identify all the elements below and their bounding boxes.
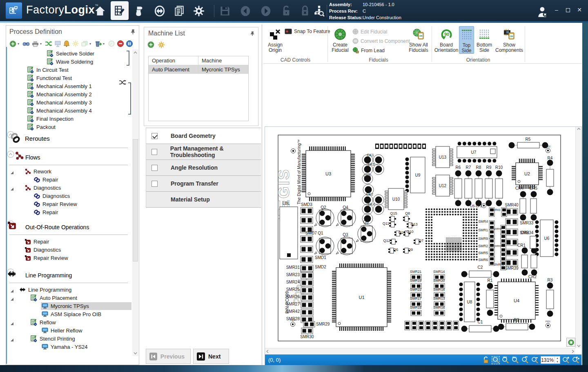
zoom-all-icon[interactable]: ALL: [511, 356, 519, 364]
board-icon[interactable]: [53, 40, 62, 48]
user-logout-icon[interactable]: [535, 4, 550, 20]
transfer-icon[interactable]: [152, 3, 167, 19]
tree-item-functional-test[interactable]: Functional Test: [7, 74, 134, 82]
tree-item-packout[interactable]: Packout: [7, 123, 134, 131]
documents-icon[interactable]: [172, 3, 187, 19]
tree-item-in-circuit-test[interactable]: In Circuit Test: [7, 66, 134, 74]
step-part-management-troubleshooting[interactable]: Part Management & Troubleshooting: [146, 144, 261, 160]
cad-vertical-scrollbar[interactable]: [575, 127, 581, 348]
bottom-side-button[interactable]: Bottom Side: [475, 26, 494, 53]
tree-item-mechanical-assembly-4[interactable]: Mechanical Assembly 4: [7, 106, 134, 115]
scroll-thumb[interactable]: [133, 139, 138, 261]
show-all-fiducials-button[interactable]: OK Show All Fiducials: [407, 26, 430, 53]
previous-button[interactable]: Previous: [146, 349, 191, 364]
process-audit-icon[interactable]: [311, 3, 327, 19]
expanded-arrow-icon[interactable]: [10, 288, 14, 292]
search-icon[interactable]: [22, 40, 30, 48]
tree-item-repair-review[interactable]: Repair Review: [7, 200, 134, 208]
expanded-arrow-icon[interactable]: [10, 170, 14, 173]
tree-item-repair[interactable]: Repair: [7, 175, 134, 184]
minimize-button[interactable]: –: [552, 7, 561, 13]
expanded-arrow-icon[interactable]: [10, 337, 14, 341]
step-material-setup[interactable]: Material Setup: [146, 192, 261, 208]
pcb-canvas[interactable]: AEGISThe Digital Mind of Manufacturing™P…: [265, 127, 575, 348]
section-header-oor[interactable]: Out-Of-Route Operations: [7, 220, 134, 235]
process-definition-icon[interactable]: [111, 1, 129, 20]
machine-table-row[interactable]: Auto PlacementMycronic TPSys: [149, 65, 248, 74]
dropdown-caret-icon[interactable]: ▾: [18, 42, 21, 46]
tree-item-diagnostics[interactable]: Diagnostics: [7, 192, 134, 200]
zoom-in-icon[interactable]: [562, 356, 570, 364]
section-header-lineprog[interactable]: Line Programming: [7, 268, 134, 283]
zoom-window-icon[interactable]: [492, 356, 500, 364]
next-button[interactable]: Next: [193, 349, 229, 364]
maximize-button[interactable]: [564, 7, 572, 13]
tree-item-wave-soldering[interactable]: Wave Soldering: [7, 58, 134, 66]
from-lead-button[interactable]: From Lead: [352, 47, 385, 53]
create-fiducial-button[interactable]: Create Fiducial: [330, 26, 350, 53]
tree-item-yamaha-ys24[interactable]: Yamaha - YS24: [7, 343, 134, 351]
dropdown-caret-icon[interactable]: ▾: [89, 42, 93, 46]
tree-item-selective-solder[interactable]: Selective Solder: [7, 49, 134, 58]
step-checkbox[interactable]: [151, 165, 158, 171]
tree-item-mechanical-assembly-3[interactable]: Mechanical Assembly 3: [7, 98, 134, 106]
tree-item-auto-placement[interactable]: Auto Placement: [7, 294, 134, 302]
zoom-out-icon[interactable]: [531, 356, 539, 364]
materials-icon[interactable]: [131, 3, 147, 19]
tree-item-line-programming[interactable]: Line Programming: [7, 286, 134, 294]
snap-to-feature-button[interactable]: Snap To Feature: [285, 29, 330, 34]
tree-item-final-inspection[interactable]: Final Inspection: [7, 115, 134, 123]
step-program-transfer[interactable]: Program Transfer: [146, 176, 261, 192]
print-icon[interactable]: [31, 40, 39, 48]
reroute-icon[interactable]: [45, 40, 53, 48]
alerts-icon[interactable]: [62, 40, 71, 48]
pin-icon[interactable]: [130, 29, 136, 36]
stop-icon[interactable]: [116, 40, 125, 48]
tree-item-diagnostics[interactable]: Diagnostics: [7, 246, 134, 254]
zoom-spin-down-icon[interactable]: ▼: [555, 360, 560, 364]
top-side-button[interactable]: Top Side: [459, 26, 474, 54]
tree-item-reflow[interactable]: Reflow: [7, 318, 134, 326]
zoom-lock-icon[interactable]: [482, 356, 490, 364]
zoom-out-selected-icon[interactable]: [521, 356, 529, 364]
zoom-spin-up-icon[interactable]: ▲: [555, 356, 560, 360]
expanded-arrow-icon[interactable]: [10, 186, 14, 190]
tree-item-repair[interactable]: Repair: [7, 208, 134, 216]
step-board-geometry[interactable]: Board Geometry: [146, 128, 261, 144]
home-icon[interactable]: [92, 3, 108, 19]
add-icon[interactable]: [9, 40, 17, 48]
collapse-chevron-icon[interactable]: [7, 152, 14, 159]
tree-item-mechanical-assembly-1[interactable]: Mechanical Assembly 1: [7, 82, 134, 90]
tree-item-mycronic-tpsys[interactable]: Mycronic TPSys: [7, 302, 134, 310]
machine-table[interactable]: OperationMachine Auto PlacementMycronic …: [148, 56, 249, 121]
cad-horizontal-scrollbar[interactable]: [265, 348, 575, 354]
tree-item-repair-review[interactable]: Repair Review: [7, 254, 134, 262]
step-checkbox[interactable]: [151, 181, 158, 187]
step-angle-resolution[interactable]: Angle Resolution: [146, 160, 261, 176]
section-header-reroutes[interactable]: Reroutes: [7, 131, 134, 148]
scroll-up-icon[interactable]: [132, 49, 138, 55]
zoom-100-icon[interactable]: 100: [501, 356, 510, 364]
tree-item-heller-reflow[interactable]: Heller Reflow: [7, 326, 134, 334]
tree-scrollbar[interactable]: [132, 49, 138, 356]
tree-item-mechanical-assembly-2[interactable]: Mechanical Assembly 2: [7, 90, 134, 98]
add-machine-icon[interactable]: [147, 41, 154, 50]
tree-item-diagnostics[interactable]: Diagnostics: [7, 184, 134, 192]
expanded-arrow-icon[interactable]: [10, 296, 14, 300]
zoom-in-all-icon[interactable]: [572, 356, 580, 364]
tree-item-asm-siplace-pro-oib[interactable]: ASM Siplace Pro OIB: [7, 310, 134, 318]
machine-pin-icon[interactable]: [250, 31, 255, 38]
scroll-down-icon[interactable]: [132, 350, 138, 356]
cad-layers-button[interactable]: [566, 338, 575, 347]
zoom-level-input[interactable]: 131%▲▼: [541, 356, 560, 364]
expanded-arrow-icon[interactable]: [10, 321, 14, 324]
tree-item-rework[interactable]: Rework: [7, 167, 134, 175]
assign-origin-button[interactable]: Assign Origin: [265, 26, 285, 53]
tree-item-repair[interactable]: Repair: [7, 237, 134, 246]
step-checkbox[interactable]: [151, 133, 158, 139]
show-components-button[interactable]: OK Show Components: [495, 26, 523, 53]
settings-gear-icon[interactable]: [191, 3, 207, 19]
machine-settings-icon[interactable]: [158, 41, 165, 50]
dropdown-caret-icon[interactable]: ▾: [40, 42, 44, 46]
board-orientation-button[interactable]: 90 Board Orientation: [434, 26, 459, 53]
